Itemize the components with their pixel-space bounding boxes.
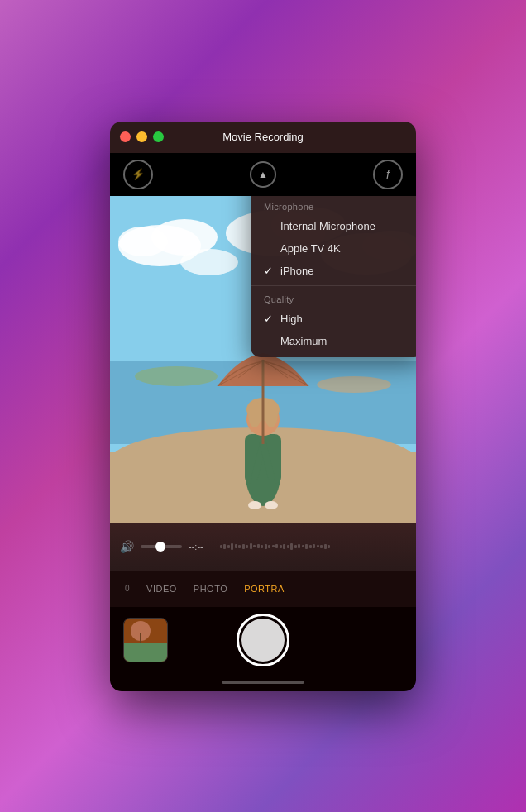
f-button[interactable]: f (373, 160, 403, 189)
audio-bar (265, 544, 267, 549)
svg-point-23 (265, 501, 278, 509)
audio-bar (257, 544, 260, 548)
svg-point-21 (265, 401, 278, 427)
mic-internal-label: Internal Microphone (280, 220, 375, 232)
svg-point-13 (317, 376, 391, 393)
divider-2 (251, 285, 416, 286)
last-photo-thumbnail[interactable] (123, 618, 168, 662)
audio-bar (298, 544, 300, 548)
camera-view: Camera ✓ FaceTime HD Camera (Built-in) ✓… (110, 196, 416, 523)
thumbnail-image (124, 619, 168, 662)
audio-bar (305, 544, 308, 549)
audio-bar (317, 545, 319, 547)
audio-bar (238, 545, 241, 548)
close-button[interactable] (120, 131, 131, 142)
mode-bar: 0 VIDEO PHOTO PORTRA (110, 571, 416, 607)
audio-bar (223, 544, 226, 549)
titlebar: Movie Recording (110, 122, 416, 153)
quality-maximum-item[interactable]: ✓ Maximum (251, 330, 416, 352)
checkmark-iphone-mic: ✓ (264, 265, 275, 277)
audio-bar (250, 543, 252, 549)
audio-bar (275, 544, 278, 548)
svg-rect-31 (124, 643, 168, 662)
home-indicator (222, 681, 304, 684)
audio-bar (283, 544, 285, 549)
mode-video[interactable]: 0 (117, 584, 138, 593)
audio-bar (324, 544, 327, 549)
audio-bar (328, 545, 330, 548)
microphone-section-header: Microphone (251, 197, 416, 215)
svg-point-20 (248, 401, 261, 427)
timer-display: --:-- (189, 542, 203, 552)
audio-bar (302, 545, 304, 547)
mode-video-label[interactable]: VIDEO (138, 584, 185, 594)
audio-bar (320, 545, 323, 548)
volume-track[interactable] (141, 545, 182, 548)
flash-button[interactable]: ⚡ (123, 160, 153, 189)
maximize-button[interactable] (153, 131, 164, 142)
chevron-up-icon: ▲ (258, 169, 268, 180)
mic-appletv-item[interactable]: ✓ Apple TV 4K (251, 237, 416, 260)
svg-point-8 (180, 249, 238, 275)
quality-maximum-label: Maximum (280, 335, 327, 347)
audio-bar (253, 545, 256, 547)
mode-portrait-label[interactable]: PORTRA (236, 584, 293, 594)
audio-bar (235, 544, 237, 548)
thumbnail-bar (110, 607, 416, 673)
audio-bar (290, 543, 293, 550)
f-icon: f (386, 168, 390, 181)
audio-bar (287, 545, 289, 548)
audio-bar (272, 545, 275, 547)
bottom-bar (110, 673, 416, 691)
mic-internal-item[interactable]: ✓ Internal Microphone (251, 215, 416, 237)
audio-bar (246, 545, 248, 548)
audio-bar (220, 545, 222, 548)
audio-level-bars (220, 541, 381, 552)
quality-section-header: Quality (251, 289, 416, 308)
quality-high-label: High (280, 313, 303, 325)
recording-bar: 🔊 --:-- (110, 523, 416, 571)
quality-high-item[interactable]: ✓ High (251, 308, 416, 330)
mic-iphone-label: iPhone (280, 265, 313, 277)
capture-button[interactable] (237, 614, 289, 666)
movie-recording-window: Movie Recording ⚡ ▲ f (110, 122, 416, 691)
audio-bar (242, 544, 245, 549)
window-title: Movie Recording (222, 131, 304, 143)
audio-bar (231, 543, 233, 550)
svg-point-3 (118, 227, 168, 256)
dropdown-menu: Camera ✓ FaceTime HD Camera (Built-in) ✓… (251, 196, 416, 357)
flash-icon: ⚡ (132, 168, 145, 180)
audio-bar (280, 545, 282, 548)
svg-point-12 (135, 366, 218, 386)
mode-photo-label[interactable]: PHOTO (185, 584, 236, 594)
mic-iphone-item[interactable]: ✓ iPhone (251, 260, 416, 282)
camera-controls-bar: ⚡ ▲ f (110, 153, 416, 196)
chevron-up-button[interactable]: ▲ (250, 161, 276, 188)
volume-thumb (155, 542, 165, 552)
svg-point-22 (248, 501, 261, 509)
audio-bar (294, 545, 297, 548)
volume-icon: 🔊 (120, 540, 134, 553)
mic-appletv-label: Apple TV 4K (280, 242, 341, 255)
capture-inner (241, 619, 285, 662)
audio-bar (227, 545, 230, 548)
traffic-lights (120, 131, 164, 142)
audio-bar (261, 545, 263, 548)
audio-bar (309, 545, 312, 548)
audio-bar (268, 545, 270, 548)
checkmark-high: ✓ (264, 313, 275, 325)
audio-bar (313, 544, 315, 548)
minimize-button[interactable] (136, 131, 147, 142)
